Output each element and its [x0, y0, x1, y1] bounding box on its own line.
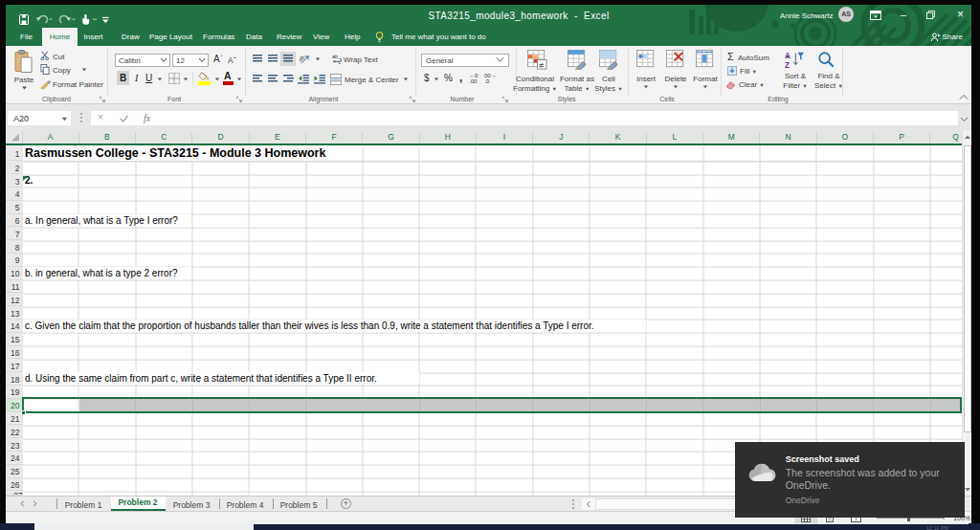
svg-text:≠: ≠	[539, 60, 544, 70]
svg-text:ab: ab	[332, 54, 338, 59]
svg-text:c: c	[338, 59, 341, 64]
svg-text:Z: Z	[785, 61, 790, 69]
svg-text:A: A	[785, 52, 791, 60]
